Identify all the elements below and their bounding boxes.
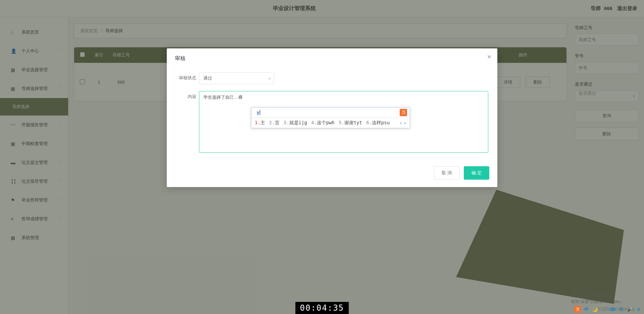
dialog-footer: 取 消 确 定 [167, 163, 497, 187]
ime-candidate-1[interactable]: 1.主 [255, 120, 265, 126]
ime-tray-icon[interactable]: 万 [574, 306, 581, 313]
status-select[interactable]: 通过 ▾ [199, 72, 274, 84]
ime-mic-icon[interactable]: 🎤 [627, 306, 633, 313]
chevron-right-icon[interactable]: › [404, 120, 406, 126]
ime-keyboard-icon[interactable]: ⌨ [609, 306, 616, 313]
content-label: 内容 [175, 91, 199, 100]
ime-candidate-3[interactable]: 3.就是ijg [284, 120, 307, 126]
ime-logo-icon: 万 [400, 109, 407, 116]
ime-nav[interactable]: ‹› [399, 120, 406, 126]
ime-candidate-4[interactable]: 4.这个pwh [311, 120, 335, 126]
dialog-title: 审核 [167, 48, 497, 65]
ime-candidate-6[interactable]: 6.这样psu [366, 120, 390, 126]
ime-cursor [260, 110, 260, 115]
chevron-left-icon[interactable]: ‹ [399, 120, 402, 126]
ime-comma-icon[interactable]: ， [600, 306, 607, 313]
ime-candidates: 1.主2.言3.就是ijg4.这个pwh5.谢谢tyt6.这样psu‹› [251, 118, 410, 128]
recording-timer: 00:04:35 [295, 302, 349, 314]
status-label: 审核状态 [175, 72, 199, 81]
close-icon[interactable]: ✕ [487, 54, 491, 60]
ime-settings-icon[interactable]: ⚙ [635, 306, 642, 313]
cancel-button[interactable]: 取 消 [434, 166, 459, 180]
chevron-down-icon: ▾ [268, 76, 270, 81]
ime-popup: y 万 1.主2.言3.就是ijg4.这个pwh5.谢谢tyt6.这样psu‹› [251, 107, 410, 128]
ime-candidate-5[interactable]: 5.谢谢tyt [339, 120, 362, 126]
status-value: 通过 [203, 75, 212, 81]
ime-input-text: y [254, 110, 259, 115]
ime-punct-icon[interactable]: 🌙 [592, 306, 598, 313]
ime-simp-icon[interactable]: 简 [618, 306, 625, 313]
ime-candidate-2[interactable]: 2.言 [269, 120, 280, 126]
ok-button[interactable]: 确 定 [464, 166, 489, 180]
ime-input-row: y 万 [251, 107, 410, 118]
system-tray: 万 中 🌙 ， ⌨ 简 🎤 ⚙ [574, 306, 642, 313]
ime-lang-icon[interactable]: 中 [583, 306, 590, 313]
